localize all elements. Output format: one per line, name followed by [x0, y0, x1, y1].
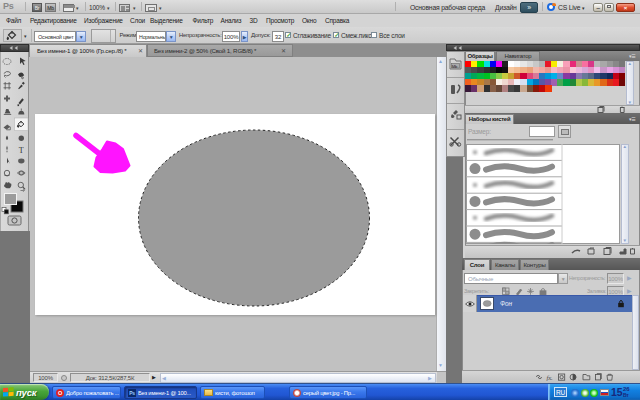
svg-text:fx.: fx.: [547, 373, 554, 380]
svg-text:T: T: [19, 146, 24, 155]
